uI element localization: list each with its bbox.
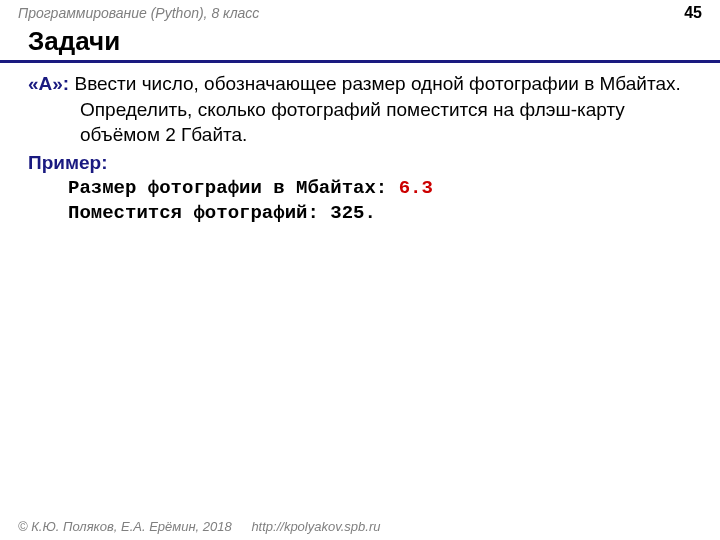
example-line-1: Размер фотографии в Мбайтах: 6.3 xyxy=(28,176,692,202)
slide-title: Задачи xyxy=(0,24,720,63)
copyright-text: © К.Ю. Поляков, Е.А. Ерёмин, 2018 xyxy=(18,519,232,534)
task-block: «A»: Ввести число, обозначающее размер о… xyxy=(40,71,692,148)
slide-header: Программирование (Python), 8 класс 45 xyxy=(0,0,720,24)
slide-content: «A»: Ввести число, обозначающее размер о… xyxy=(0,71,720,227)
example-label: Пример: xyxy=(28,150,692,176)
example-value-1: 6.3 xyxy=(399,177,433,199)
task-text: Ввести число, обозначающее размер одной … xyxy=(74,73,680,145)
example-prompt-1: Размер фотографии в Мбайтах: xyxy=(68,177,399,199)
course-name: Программирование (Python), 8 класс xyxy=(18,5,259,21)
page-number: 45 xyxy=(684,4,702,22)
example-line-2: Поместится фотографий: 325. xyxy=(28,201,692,227)
slide-footer: © К.Ю. Поляков, Е.А. Ерёмин, 2018 http:/… xyxy=(18,519,380,534)
footer-url: http://kpolyakov.spb.ru xyxy=(251,519,380,534)
task-label: «A»: xyxy=(28,73,69,94)
